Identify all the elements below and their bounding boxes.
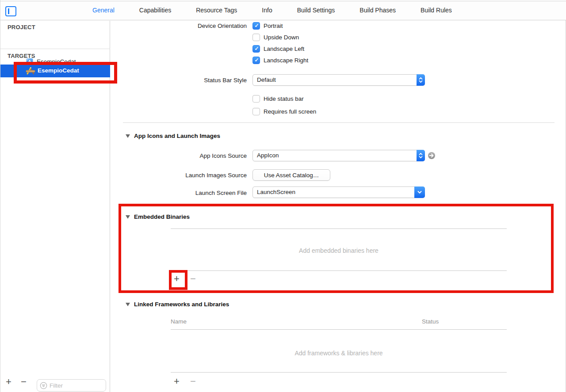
editor-tabs: General Capabilities Resource Tags Info …: [92, 0, 452, 20]
column-header-name: Name: [171, 318, 187, 325]
checkbox-landscape-left[interactable]: ✓ Landscape Left: [252, 45, 304, 53]
checkbox-unchecked-icon: [252, 34, 260, 41]
app-icons-source-popup[interactable]: AppIcon: [252, 150, 425, 161]
checkbox-checked-icon: ✓: [252, 45, 260, 53]
checkmark-glyph: ✓: [253, 22, 260, 30]
annotation-box-target: [14, 62, 117, 84]
tab-capabilities[interactable]: Capabilities: [139, 7, 171, 14]
status-bar-style-popup[interactable]: Default: [252, 74, 425, 86]
add-target-button[interactable]: +: [6, 376, 11, 388]
remove-embedded-binary-button[interactable]: −: [190, 273, 196, 285]
disclosure-triangle-icon[interactable]: [126, 134, 130, 138]
column-header-status: Status: [422, 318, 439, 325]
navigator-toggle-icon[interactable]: [5, 6, 16, 16]
app-icons-section-header: App Icons and Launch Images: [126, 133, 220, 139]
status-bar-style-label: Status Bar Style: [114, 77, 247, 84]
checkbox-landscape-left-label: Landscape Left: [264, 46, 304, 52]
popup-updown-chevron-icon: [417, 74, 425, 86]
editor-tab-bar: General Capabilities Resource Tags Info …: [0, 0, 566, 20]
checkbox-upside-down[interactable]: Upside Down: [252, 33, 299, 41]
tab-build-phases[interactable]: Build Phases: [359, 7, 396, 14]
app-icons-source-label: App Icons Source: [114, 152, 247, 159]
app-icons-source-value: AppIcon: [257, 152, 279, 159]
linked-frameworks-section-header: Linked Frameworks and Libraries: [126, 301, 229, 308]
checkbox-portrait[interactable]: ✓ Portrait: [252, 22, 283, 30]
filter-icon: [40, 382, 47, 389]
checkbox-hide-status-bar[interactable]: Hide status bar: [252, 95, 304, 103]
checkbox-landscape-right-label: Landscape Right: [264, 57, 308, 64]
disclosure-triangle-icon[interactable]: [126, 215, 130, 219]
checkbox-landscape-right[interactable]: ✓ Landscape Right: [252, 56, 308, 64]
status-bar-style-value: Default: [257, 76, 276, 83]
targets-section-header: TARGETS: [8, 53, 35, 59]
checkbox-portrait-label: Portrait: [264, 23, 283, 29]
table-bottom-line: [171, 372, 507, 373]
combo-down-chevron-icon: [414, 186, 425, 198]
table-top-line: [171, 228, 507, 229]
add-framework-button[interactable]: +: [174, 376, 180, 387]
hide-status-bar-label: Hide status bar: [264, 95, 304, 102]
section-divider: [123, 122, 555, 123]
tab-general[interactable]: General: [92, 7, 115, 14]
tab-build-rules[interactable]: Build Rules: [421, 7, 452, 14]
checkbox-checked-icon: ✓: [252, 57, 260, 64]
checkbox-checked-icon: ✓: [252, 22, 260, 30]
launch-screen-file-label: Launch Screen File: [114, 190, 247, 196]
filter-input[interactable]: Filter: [37, 379, 106, 392]
embedded-binaries-placeholder: Add embedded binaries here: [171, 247, 507, 254]
add-embedded-binary-button[interactable]: +: [174, 273, 180, 285]
checkmark-glyph: ✓: [253, 45, 260, 53]
tab-info[interactable]: Info: [262, 7, 272, 14]
table-top-line: [171, 329, 507, 330]
launch-images-source-label: Launch Images Source: [114, 172, 247, 179]
remove-framework-button[interactable]: −: [190, 376, 196, 387]
checkbox-unchecked-icon: [252, 95, 260, 103]
project-targets-sidebar: PROJECT EsempioCedat TARGETS: [0, 21, 110, 392]
disclosure-triangle-icon[interactable]: [126, 303, 130, 306]
app-icons-section-title: App Icons and Launch Images: [134, 133, 220, 139]
embedded-binaries-title: Embedded Binaries: [134, 213, 190, 220]
checkmark-glyph: ✓: [253, 57, 260, 64]
embedded-binaries-section-header: Embedded Binaries: [126, 213, 190, 220]
filter-placeholder: Filter: [50, 382, 63, 389]
device-orientation-label: Device Orientation: [114, 23, 247, 29]
linked-frameworks-placeholder: Add frameworks & libraries here: [171, 350, 507, 357]
popup-updown-chevron-icon: [417, 150, 425, 161]
use-asset-catalog-button[interactable]: Use Asset Catalog…: [252, 169, 330, 181]
checkbox-upside-down-label: Upside Down: [264, 34, 299, 41]
launch-screen-file-combobox[interactable]: LaunchScreen: [252, 186, 425, 198]
jump-to-asset-arrow-button[interactable]: [428, 152, 436, 161]
tab-resource-tags[interactable]: Resource Tags: [196, 7, 237, 14]
sidebar-footer: + − Filter: [0, 377, 110, 392]
tab-build-settings[interactable]: Build Settings: [297, 7, 335, 14]
linked-frameworks-title: Linked Frameworks and Libraries: [134, 301, 229, 308]
checkbox-requires-full-screen[interactable]: Requires full screen: [252, 107, 316, 115]
xcode-project-editor: General Capabilities Resource Tags Info …: [0, 0, 566, 392]
launch-screen-file-value: LaunchScreen: [257, 189, 295, 195]
navigator-toggle-bar: [8, 8, 9, 14]
requires-full-screen-label: Requires full screen: [264, 108, 316, 115]
sidebar-divider: [0, 49, 110, 49]
remove-target-button[interactable]: −: [21, 376, 27, 388]
project-section-header: PROJECT: [8, 24, 35, 30]
checkbox-unchecked-icon: [252, 108, 260, 115]
table-bottom-line: [171, 270, 507, 271]
